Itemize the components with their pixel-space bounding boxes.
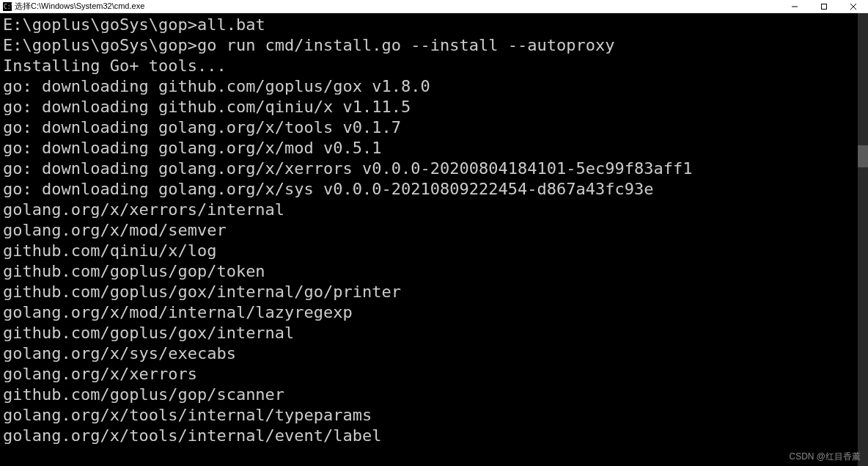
output-line: github.com/goplus/gox/internal/go/printe… — [3, 282, 865, 302]
output-line: golang.org/x/xerrors — [3, 364, 865, 385]
prompt: E:\goplus\goSys\gop> — [3, 36, 197, 54]
output-line: golang.org/x/mod/semver — [3, 220, 865, 241]
prompt-line: E:\goplus\goSys\gop>go run cmd/install.g… — [3, 35, 865, 56]
output-line: golang.org/x/mod/internal/lazyregexp — [3, 302, 865, 323]
title-left: C:\ 选择C:\Windows\System32\cmd.exe — [0, 1, 144, 12]
vertical-scrollbar[interactable] — [858, 13, 868, 466]
maximize-button[interactable] — [809, 0, 839, 13]
svg-rect-3 — [822, 4, 827, 9]
output-line: go: downloading golang.org/x/tools v0.1.… — [3, 117, 865, 138]
window-controls — [780, 0, 868, 13]
output-line: golang.org/x/sys/execabs — [3, 343, 865, 364]
svg-text:C:\: C:\ — [4, 4, 12, 10]
output-line: go: downloading golang.org/x/xerrors v0.… — [3, 159, 865, 179]
command: go run cmd/install.go --install --autopr… — [197, 36, 615, 54]
output-line: golang.org/x/tools/internal/typeparams — [3, 405, 865, 426]
prompt: E:\goplus\goSys\gop> — [3, 15, 197, 34]
output-line: go: downloading golang.org/x/mod v0.5.1 — [3, 138, 865, 159]
output-line: go: downloading github.com/qiniu/x v1.11… — [3, 97, 865, 117]
output-line: github.com/goplus/gop/token — [3, 261, 865, 282]
output-line: golang.org/x/xerrors/internal — [3, 200, 865, 220]
output-line: github.com/qiniu/x/log — [3, 241, 865, 261]
output-line: github.com/goplus/gop/scanner — [3, 385, 865, 405]
minimize-button[interactable] — [780, 0, 809, 13]
cmd-icon: C:\ — [3, 2, 12, 11]
output-line: go: downloading github.com/goplus/gox v1… — [3, 76, 865, 97]
output-line: go: downloading golang.org/x/sys v0.0.0-… — [3, 179, 865, 200]
command: all.bat — [197, 15, 265, 34]
close-button[interactable] — [839, 0, 868, 13]
prompt-line: E:\goplus\goSys\gop>all.bat — [3, 15, 865, 35]
scrollbar-thumb[interactable] — [858, 145, 868, 167]
watermark: CSDN @红目香薰 — [789, 451, 861, 463]
window-title: 选择C:\Windows\System32\cmd.exe — [15, 1, 144, 12]
terminal-output[interactable]: E:\goplus\goSys\gop>all.batE:\goplus\goS… — [0, 13, 868, 466]
window-title-bar: C:\ 选择C:\Windows\System32\cmd.exe — [0, 0, 868, 13]
output-line: Installing Go+ tools... — [3, 56, 865, 76]
output-line: golang.org/x/tools/internal/event/label — [3, 426, 865, 446]
output-line: github.com/goplus/gox/internal — [3, 323, 865, 343]
